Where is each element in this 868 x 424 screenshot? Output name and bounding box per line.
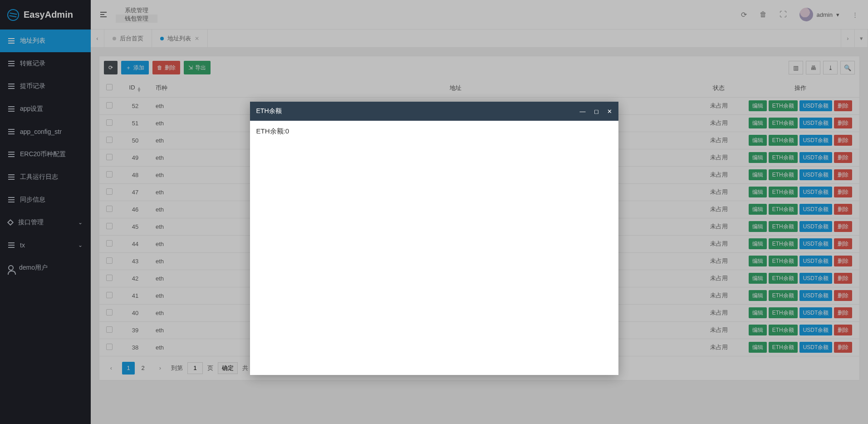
modal-body-text: ETH余额:0 (256, 127, 289, 135)
modal-close-icon[interactable]: ✕ (607, 108, 612, 115)
modal-body: ETH余额:0 (250, 121, 618, 375)
modal-titlebar[interactable]: ETH余额 — ◻ ✕ (250, 102, 618, 121)
modal-dialog: ETH余额 — ◻ ✕ ETH余额:0 (250, 102, 618, 375)
modal-title-text: ETH余额 (256, 107, 282, 115)
modal-maximize-icon[interactable]: ◻ (594, 108, 599, 115)
modal-minimize-icon[interactable]: — (580, 108, 586, 115)
